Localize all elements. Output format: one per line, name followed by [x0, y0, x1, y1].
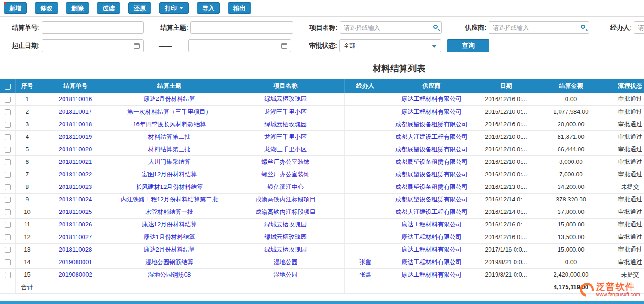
project-link[interactable]: 龙湖三千里小区 — [264, 108, 307, 115]
project-link[interactable]: 螺丝厂办公室装饰 — [262, 171, 310, 178]
supplier-link[interactable]: 成都展望设备租赁有限公司 — [395, 158, 468, 165]
row-checkbox[interactable] — [5, 147, 11, 153]
query-button[interactable]: 查询 — [447, 39, 489, 52]
topic-link[interactable]: 康达12月份材料结算 — [142, 221, 197, 228]
bill-no-link[interactable]: 2019080001 — [58, 259, 92, 265]
topic-link[interactable]: 康达2月份材料结算 — [143, 95, 195, 102]
project-name-input[interactable] — [340, 21, 442, 34]
search-icon[interactable] — [581, 25, 585, 29]
project-link[interactable]: 绿城云栖玫瑰园 — [264, 95, 307, 102]
agent-link[interactable]: 张鑫 — [359, 259, 371, 265]
approval-status-select[interactable]: 全部 — [339, 39, 441, 52]
calendar-icon[interactable] — [281, 43, 287, 49]
row-checkbox[interactable] — [5, 222, 11, 228]
supplier-link[interactable]: 康达工程材料有限公司 — [401, 108, 462, 115]
start-date-input[interactable] — [42, 39, 144, 52]
project-link[interactable]: 绿城云栖玫瑰园 — [264, 221, 307, 228]
row-checkbox[interactable] — [5, 184, 11, 190]
horizontal-scrollbar[interactable] — [0, 301, 644, 304]
project-link[interactable]: 成渝高铁内江标段项目 — [256, 208, 316, 215]
topic-link[interactable]: 康达1月份材料结算 — [143, 233, 195, 240]
row-checkbox[interactable] — [5, 134, 11, 140]
bill-no-link[interactable]: 2018110023 — [59, 183, 92, 190]
search-icon[interactable] — [433, 25, 438, 29]
table-row[interactable]: 2 2018110017 第一次材料结算（三千里项目） 龙湖三千里小区 康达工程… — [0, 105, 644, 118]
agent-link[interactable]: 张鑫 — [359, 271, 371, 278]
topic-link[interactable]: 水管材料结算一批 — [145, 208, 193, 215]
supplier-link[interactable]: 康达工程材料有限公司 — [401, 95, 462, 102]
supplier-link[interactable]: 成都展望设备租赁有限公司 — [395, 171, 468, 178]
table-row[interactable]: 7 2018110022 宏图12月份材料结算 螺丝厂办公室装饰 成都展望设备租… — [0, 168, 644, 181]
bill-no-link[interactable]: 2018110016 — [59, 96, 92, 103]
bill-no-link[interactable]: 2018110018 — [59, 121, 92, 128]
agent-input[interactable] — [634, 21, 644, 34]
project-link[interactable]: 绿城云栖玫瑰园 — [264, 233, 307, 240]
project-link[interactable]: 成渝高铁内江标段项目 — [256, 196, 316, 203]
project-link[interactable]: 龙湖三千里小区 — [264, 133, 307, 140]
row-checkbox[interactable] — [5, 172, 11, 178]
supplier-link[interactable]: 成都大江建设工程有限公司 — [395, 133, 468, 140]
row-checkbox[interactable] — [5, 109, 11, 115]
project-link[interactable]: 螺丝厂办公室装饰 — [262, 158, 310, 165]
calendar-icon[interactable] — [134, 43, 140, 49]
topic-link[interactable]: 16年四季度长风材料款结算 — [133, 121, 206, 128]
project-link[interactable]: 绿城云栖玫瑰园 — [264, 246, 307, 253]
supplier-link[interactable]: 康达工程材料有限公司 — [401, 259, 462, 265]
table-row[interactable]: 15 2019080002 湿地公园钢筋08 湿地公园 张鑫 康达工程材料有限公… — [0, 268, 644, 281]
supplier-link[interactable]: 成都展望设备租赁有限公司 — [395, 121, 468, 128]
topic-link[interactable]: 湿地公园钢筋结算 — [145, 259, 193, 265]
row-checkbox[interactable] — [5, 234, 11, 240]
bill-no-link[interactable]: 2018110028 — [59, 246, 92, 253]
topic-link[interactable]: 大川门集采结算 — [148, 158, 191, 165]
project-link[interactable]: 湿地公园 — [274, 259, 298, 265]
select-all-checkbox[interactable] — [5, 84, 11, 90]
bill-no-link[interactable]: 2018110024 — [59, 196, 92, 203]
table-row[interactable]: 14 2019080001 湿地公园钢筋结算 湿地公园 张鑫 康达工程材料有限公… — [0, 256, 644, 268]
supplier-link[interactable]: 康达工程材料有限公司 — [401, 221, 462, 228]
table-row[interactable]: 6 2018110021 大川门集采结算 螺丝厂办公室装饰 成都展望设备租赁有限… — [0, 155, 644, 168]
row-checkbox[interactable] — [5, 247, 11, 253]
supplier-link[interactable]: 成都展望设备租赁有限公司 — [395, 196, 468, 203]
topic-link[interactable]: 宏图12月份材料结算 — [142, 171, 197, 178]
row-checkbox[interactable] — [5, 159, 11, 165]
edit-button[interactable]: 修改 — [35, 2, 58, 14]
import-button[interactable]: 导入 — [197, 2, 220, 14]
supplier-link[interactable]: 康达工程材料有限公司 — [401, 271, 462, 278]
bill-no-link[interactable]: 2018110022 — [59, 171, 92, 178]
bill-no-link[interactable]: 2018110019 — [59, 133, 92, 140]
project-link[interactable]: 银亿滨江中心 — [268, 183, 304, 190]
row-checkbox[interactable] — [5, 272, 11, 278]
bill-no-link[interactable]: 2018110025 — [59, 208, 92, 215]
supplier-link[interactable]: 康达工程材料有限公司 — [401, 233, 462, 240]
topic-link[interactable]: 材料结算第二批 — [148, 133, 191, 140]
topic-link[interactable]: 康达2月份材料结算 — [143, 246, 195, 253]
supplier-link[interactable]: 成都展望设备租赁有限公司 — [395, 183, 468, 190]
table-row[interactable]: 10 2018110025 水管材料结算一批 成渝高铁内江标段项目 成都大江建设… — [0, 206, 644, 218]
bill-no-link[interactable]: 2018110026 — [59, 221, 92, 228]
project-link[interactable]: 湿地公园 — [274, 271, 298, 278]
table-row[interactable]: 8 2018110023 长风建材12月份材料结算 银亿滨江中心 成都展望设备租… — [0, 181, 644, 193]
table-row[interactable]: 3 2018110018 16年四季度长风材料款结算 绿城云栖玫瑰园 成都展望设… — [0, 118, 644, 130]
topic-link[interactable]: 内江铁路工程12月份材料结算第二批 — [121, 196, 218, 203]
row-checkbox[interactable] — [5, 97, 11, 103]
topic-link[interactable]: 长风建材12月份材料结算 — [136, 183, 203, 190]
table-row[interactable]: 5 2018110020 材料结算第三批 龙湖三千里小区 成都展望设备租赁有限公… — [0, 143, 644, 155]
topic-link[interactable]: 材料结算第三批 — [148, 146, 191, 153]
bill-no-link[interactable]: 2019080002 — [58, 271, 92, 278]
topic-link[interactable]: 第一次材料结算（三千里项目） — [127, 108, 212, 115]
bill-no-link[interactable]: 2018110017 — [59, 108, 92, 115]
supplier-link[interactable]: 成都大江建设工程有限公司 — [395, 208, 468, 215]
add-button[interactable]: 新增 — [4, 2, 27, 14]
end-date-input[interactable] — [188, 39, 291, 52]
settlement-no-input[interactable] — [42, 21, 144, 34]
bill-no-link[interactable]: 2018110021 — [59, 158, 92, 165]
table-row[interactable]: 9 2018110024 内江铁路工程12月份材料结算第二批 成渝高铁内江标段项… — [0, 193, 644, 206]
export-button[interactable]: 输出 — [228, 2, 251, 14]
supplier-link[interactable]: 康达工程材料有限公司 — [401, 246, 462, 253]
table-row[interactable]: 4 2018110019 材料结算第二批 龙湖三千里小区 成都大江建设工程有限公… — [0, 130, 644, 143]
row-checkbox[interactable] — [5, 209, 11, 215]
table-row[interactable]: 12 2018110027 康达1月份材料结算 绿城云栖玫瑰园 康达工程材料有限… — [0, 231, 644, 243]
delete-button[interactable]: 删除 — [66, 2, 89, 14]
bill-no-link[interactable]: 2018110020 — [59, 146, 92, 153]
topic-link[interactable]: 湿地公园钢筋08 — [148, 271, 191, 278]
